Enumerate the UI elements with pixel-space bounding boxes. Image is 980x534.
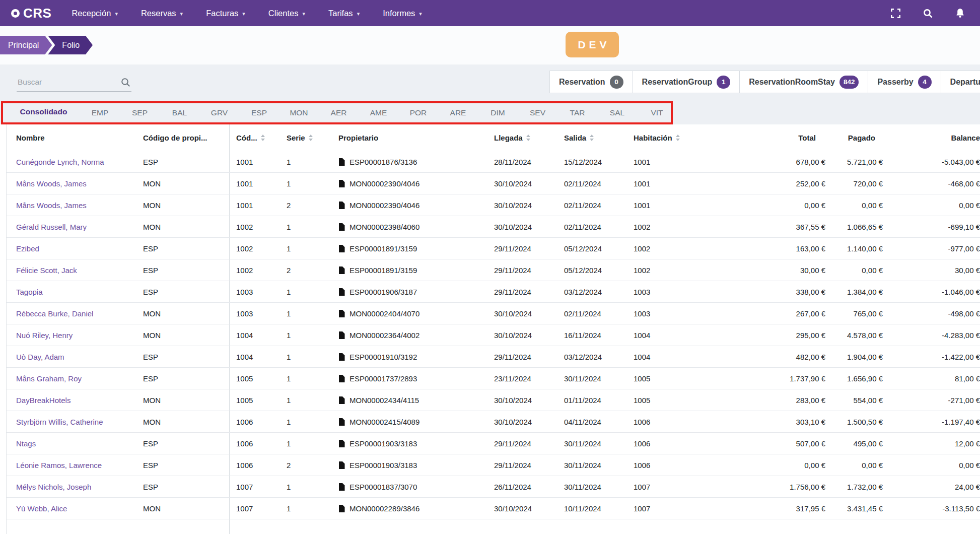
owner-document-number: ESP00001876/3136 bbox=[349, 158, 417, 166]
cell-room: 1003 bbox=[634, 288, 771, 296]
menu-facturas[interactable]: Facturas▾ bbox=[206, 9, 245, 18]
tab-consolidado[interactable]: Consolidado bbox=[7, 101, 80, 124]
table-row[interactable]: TagopiaESP10031ESP00001906/318729/11/202… bbox=[7, 281, 980, 303]
table-row[interactable]: Léonie Ramos, LawrenceESP10062ESP0000190… bbox=[7, 454, 980, 476]
folio-name-link[interactable]: Måns Woods, James bbox=[16, 201, 87, 210]
cell-paid: 1.656,90 € bbox=[825, 374, 883, 383]
fullscreen-icon[interactable] bbox=[890, 8, 900, 18]
tab-are[interactable]: ARE bbox=[438, 101, 478, 124]
column-header-serie[interactable]: Serie bbox=[287, 134, 338, 142]
menu-informes[interactable]: Informes▾ bbox=[383, 9, 422, 18]
cell-serie: 1 bbox=[287, 504, 338, 513]
menu-tarifas[interactable]: Tarifas▾ bbox=[328, 9, 360, 18]
folio-name-link[interactable]: Ntags bbox=[16, 439, 36, 448]
table-row[interactable]: Cunégonde Lynch, NormaESP10011ESP0000187… bbox=[7, 151, 980, 173]
column-header-pagado: Pagado bbox=[825, 134, 883, 142]
menu-recepcion[interactable]: Recepción▾ bbox=[72, 9, 118, 18]
cell-departure: 05/12/2024 bbox=[564, 244, 634, 253]
table-row[interactable]: Nuó Riley, HenryMON10041MON00002364/4002… bbox=[7, 324, 980, 346]
search-input[interactable] bbox=[17, 74, 115, 91]
folio-name-link[interactable]: DayBreakHotels bbox=[16, 396, 71, 405]
tab-bal[interactable]: BAL bbox=[160, 101, 199, 124]
cell-arrival: 23/11/2024 bbox=[494, 374, 564, 383]
table-row[interactable]: EzibedESP10021ESP00001891/315929/11/2024… bbox=[7, 238, 980, 259]
table-row[interactable]: DayBreakHotelsMON10051MON00002434/411530… bbox=[7, 389, 980, 411]
tab-aer[interactable]: AER bbox=[319, 101, 359, 124]
tab-por[interactable]: POR bbox=[398, 101, 438, 124]
tab-dim[interactable]: DIM bbox=[478, 101, 518, 124]
tab-grv[interactable]: GRV bbox=[199, 101, 239, 124]
table-row[interactable]: NtagsESP10061ESP00001903/318329/11/20243… bbox=[7, 433, 980, 454]
folio-name-link[interactable]: Rébecca Burke, Daniel bbox=[16, 309, 93, 318]
cell-balance: -498,00 € bbox=[883, 309, 980, 318]
tab-emp[interactable]: EMP bbox=[80, 101, 120, 124]
breadcrumb-item-folio[interactable]: Folio bbox=[48, 36, 93, 54]
cell-name: Mélys Nichols, Joseph bbox=[7, 483, 143, 491]
tab-tar[interactable]: TAR bbox=[557, 101, 597, 124]
column-header-label: Cód... bbox=[236, 134, 257, 142]
tab-sev[interactable]: SEV bbox=[518, 101, 557, 124]
menu-clientes[interactable]: Clientes▾ bbox=[268, 9, 305, 18]
cell-name: Måns Graham, Roy bbox=[7, 374, 143, 383]
record-tab-passerby[interactable]: Passerby4 bbox=[868, 71, 941, 93]
document-icon bbox=[338, 202, 345, 209]
cell-owner: MON00002289/3846 bbox=[338, 504, 494, 513]
folio-name-link[interactable]: Cunégonde Lynch, Norma bbox=[16, 158, 104, 166]
folio-name-link[interactable]: Måns Graham, Roy bbox=[16, 374, 82, 383]
folio-name-link[interactable]: Léonie Ramos, Lawrence bbox=[16, 461, 102, 470]
cell-departure: 03/12/2024 bbox=[564, 288, 634, 296]
cell-room: 1001 bbox=[634, 179, 771, 188]
breadcrumb-item-principal[interactable]: Principal bbox=[0, 36, 52, 54]
bell-icon[interactable] bbox=[955, 8, 965, 18]
folio-name-link[interactable]: Nuó Riley, Henry bbox=[16, 331, 73, 340]
cell-paid: 5.721,00 € bbox=[825, 158, 883, 166]
tab-sep[interactable]: SEP bbox=[120, 101, 160, 124]
table-row[interactable]: Styrbjörn Willis, CatherineMON10061MON00… bbox=[7, 411, 980, 433]
cell-owner: ESP00001837/3070 bbox=[338, 483, 494, 491]
tab-ame[interactable]: AME bbox=[359, 101, 398, 124]
table-row[interactable]: Yú Webb, AliceMON10071MON00002289/384630… bbox=[7, 498, 980, 519]
table-row[interactable]: Måns Graham, RoyESP10051ESP00001737/2893… bbox=[7, 368, 980, 389]
cell-serie: 2 bbox=[287, 461, 338, 470]
search-icon[interactable] bbox=[923, 8, 933, 18]
folio-name-link[interactable]: Uò Day, Adam bbox=[16, 353, 64, 361]
folio-name-link[interactable]: Måns Woods, James bbox=[16, 179, 87, 188]
tab-vit[interactable]: VIT bbox=[637, 101, 677, 124]
table-row[interactable]: Måns Woods, JamesMON10011MON00002390/404… bbox=[7, 173, 980, 194]
folio-name-link[interactable]: Styrbjörn Willis, Catherine bbox=[16, 418, 103, 426]
tab-sal[interactable]: SAL bbox=[597, 101, 637, 124]
cell-serie: 1 bbox=[287, 179, 338, 188]
column-header-habitacion[interactable]: Habitación bbox=[634, 134, 771, 142]
folio-name-link[interactable]: Ezibed bbox=[16, 244, 39, 253]
record-tab-reservationroomstay[interactable]: ReservationRoomStay842 bbox=[739, 71, 868, 93]
cell-arrival: 29/11/2024 bbox=[494, 461, 564, 470]
folio-name-link[interactable]: Yú Webb, Alice bbox=[16, 504, 67, 513]
cell-name: Tagopia bbox=[7, 288, 143, 296]
folio-name-link[interactable]: Mélys Nichols, Joseph bbox=[16, 483, 91, 491]
folio-name-link[interactable]: Tagopia bbox=[16, 288, 43, 296]
cell-prop_code: MON bbox=[143, 331, 229, 340]
column-header-cod[interactable]: Cód... bbox=[229, 124, 287, 151]
cell-arrival: 29/11/2024 bbox=[494, 353, 564, 361]
cell-serie: 2 bbox=[287, 201, 338, 210]
folio-name-link[interactable]: Félicie Scott, Jack bbox=[16, 266, 77, 275]
menu-reservas[interactable]: Reservas▾ bbox=[141, 9, 183, 18]
search-submit-icon[interactable] bbox=[121, 78, 130, 89]
column-header-salida[interactable]: Salida bbox=[564, 134, 634, 142]
menu-label: Facturas bbox=[206, 9, 238, 18]
table-row[interactable]: Måns Woods, JamesMON10012MON00002390/404… bbox=[7, 194, 980, 216]
record-tab-departure[interactable]: Departure bbox=[941, 71, 980, 93]
tab-mon[interactable]: MON bbox=[279, 101, 319, 124]
cell-owner: ESP00001876/3136 bbox=[338, 158, 494, 166]
table-row[interactable]: Rébecca Burke, DanielMON10031MON00002404… bbox=[7, 303, 980, 324]
brand-link[interactable]: CRS bbox=[11, 6, 51, 21]
table-row[interactable]: Uò Day, AdamESP10041ESP00001910/319229/1… bbox=[7, 346, 980, 368]
table-row[interactable]: Félicie Scott, JackESP10022ESP00001891/3… bbox=[7, 259, 980, 281]
column-header-llegada[interactable]: Llegada bbox=[494, 134, 564, 142]
table-row[interactable]: Gérald Russell, MaryMON10021MON00002398/… bbox=[7, 216, 980, 238]
table-row[interactable]: Mélys Nichols, JosephESP10071ESP00001837… bbox=[7, 476, 980, 498]
record-tab-reservationgroup[interactable]: ReservationGroup1 bbox=[633, 71, 740, 93]
record-tab-reservation[interactable]: Reservation0 bbox=[549, 71, 633, 93]
tab-esp[interactable]: ESP bbox=[239, 101, 279, 124]
folio-name-link[interactable]: Gérald Russell, Mary bbox=[16, 223, 87, 231]
